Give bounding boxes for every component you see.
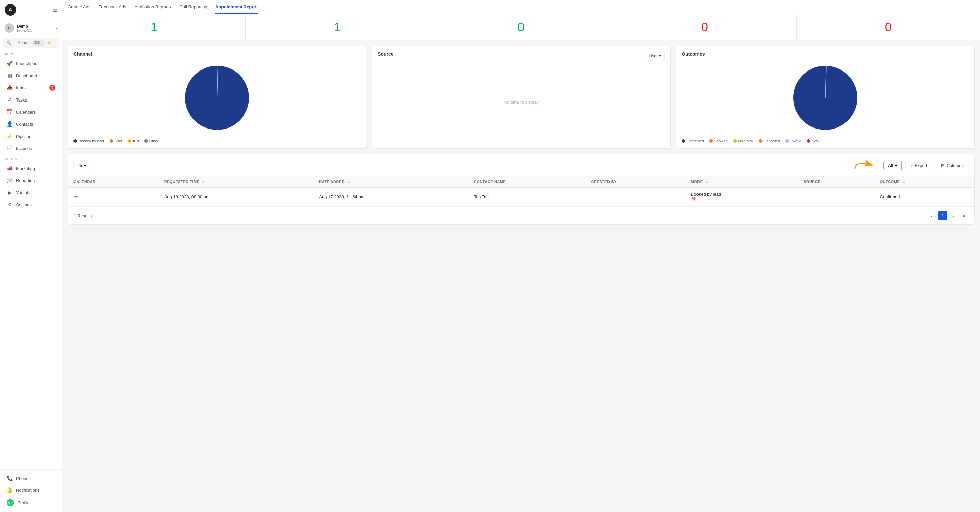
tab-google-ads[interactable]: Google Ads — [68, 0, 90, 14]
page-last-btn[interactable]: » — [959, 211, 969, 220]
legend-item-api: API — [128, 139, 139, 143]
tab-attribution-report[interactable]: Attribution Report ▾ — [135, 0, 172, 14]
sort-icon[interactable]: ⇅ — [347, 180, 350, 184]
legend-item-invalid: Invalid — [786, 139, 801, 143]
legend-item-cancelled: Cancelled — [759, 139, 780, 143]
settings-icon: ⚙ — [7, 202, 13, 208]
channel-chart: Channel Booked by lead — [68, 46, 366, 149]
legend-item-showed: Showed — [709, 139, 728, 143]
legend-item-user: User — [110, 139, 123, 143]
mode-label: Booked by lead — [691, 191, 721, 197]
stat-cell-0: 1 — [62, 15, 246, 40]
source-dropdown[interactable]: User ▾ — [646, 52, 665, 60]
sidebar-item-label: Calendars — [16, 110, 36, 115]
chevron-down-icon: ▾ — [895, 163, 897, 168]
sidebar-item-label: Settings — [16, 203, 32, 207]
tools-section-label: Tools — [0, 155, 62, 162]
export-button[interactable]: ↑ Export — [905, 161, 932, 170]
sort-icon[interactable]: ⇅ — [705, 180, 708, 184]
tab-facebook-ads[interactable]: Facebook Ads — [99, 0, 126, 14]
columns-button[interactable]: ⊞ Columns — [936, 161, 969, 170]
sidebar-item-tasks[interactable]: ✓ Tasks — [2, 94, 60, 105]
sidebar-item-contacts[interactable]: 👤 Contacts — [2, 118, 60, 130]
sidebar-item-notifications[interactable]: 🔔 Notifications — [2, 484, 60, 496]
sidebar-header: A ☰ — [0, 0, 62, 20]
stat-cell-1: 1 — [246, 15, 429, 40]
sidebar-item-profile[interactable]: GP Profile — [2, 496, 60, 509]
source-chart-header: Source User ▾ — [377, 51, 665, 61]
sidebar-item-invoices[interactable]: 📄 Invoices — [2, 143, 60, 154]
page-next-btn[interactable]: › — [949, 211, 958, 220]
cell-calendar: test — [68, 188, 159, 206]
channel-chart-title: Channel — [73, 51, 361, 57]
contacts-icon: 👤 — [7, 121, 13, 127]
page-body: 1 1 0 0 0 Channel — [62, 15, 980, 512]
chevron-down-icon: ▾ — [56, 26, 57, 30]
per-page-select[interactable]: 25 ▾ — [73, 161, 90, 170]
calendar-icon: 📅 — [691, 197, 696, 202]
cell-created-by — [585, 188, 686, 206]
stat-cell-4: 0 — [797, 15, 980, 40]
stat-cell-3: 0 — [613, 15, 796, 40]
phone-icon: 📞 — [7, 475, 13, 481]
filter-value: All — [888, 163, 892, 168]
stat-cell-2: 0 — [430, 15, 613, 40]
inbox-badge: 0 — [49, 85, 55, 91]
col-requested-time: REQUESTED TIME ⇅ — [159, 176, 314, 188]
hamburger-icon[interactable]: ☰ — [52, 7, 57, 13]
outcomes-chart-title: Outcomes — [682, 51, 969, 57]
sidebar-item-label: Reporting — [16, 178, 35, 183]
tab-appointment-report[interactable]: Appointment Report — [215, 0, 258, 14]
page-1-btn[interactable]: 1 — [938, 211, 947, 220]
launchpad-icon: 🚀 — [7, 61, 13, 67]
search-bar[interactable]: 🔍 Search ⌘K ⚡ — [3, 38, 59, 48]
sidebar-item-label: Pipeline — [16, 134, 31, 139]
col-outcome: OUTCOME ⇅ — [875, 176, 974, 188]
dashboard-icon: ▦ — [7, 72, 13, 78]
search-label: Search — [18, 40, 31, 45]
chevron-down-icon: ▾ — [659, 54, 661, 58]
sidebar-item-pipeline[interactable]: ⚡ Pipeline — [2, 131, 60, 142]
channel-legend: Booked by lead User API Other — [73, 139, 361, 143]
sidebar-item-marketing[interactable]: 📣 Marketing — [2, 163, 60, 174]
sidebar-item-label: Invoices — [16, 146, 32, 151]
chevron-down-icon: ▾ — [170, 5, 171, 9]
tab-call-reporting[interactable]: Call Reporting — [179, 0, 207, 14]
stat-value-4: 0 — [885, 20, 892, 34]
sidebar-bottom: 📞 Phone 🔔 Notifications GP Profile — [0, 469, 62, 512]
sidebar-item-calendars[interactable]: 📅 Calendars — [2, 106, 60, 118]
marketing-icon: 📣 — [7, 165, 13, 171]
stat-value-1: 1 — [334, 20, 341, 34]
stat-value-0: 1 — [151, 20, 158, 34]
sidebar-item-inbox[interactable]: 📥 Inbox 0 — [2, 82, 60, 93]
sort-icon[interactable]: ⇅ — [902, 180, 905, 184]
sidebar-item-phone[interactable]: 📞 Phone — [2, 472, 60, 484]
legend-item-new: New — [807, 139, 819, 143]
sidebar-item-settings[interactable]: ⚙ Settings — [2, 199, 60, 211]
sidebar-item-dashboard[interactable]: ▦ Dashboard — [2, 70, 60, 81]
source-chart: Source User ▾ No data to display — [372, 46, 671, 149]
sidebar-item-label: Tasks — [16, 97, 27, 102]
sort-icon[interactable]: ⇅ — [202, 180, 205, 184]
user-section[interactable]: D Demo Irvine, CA ▾ — [0, 20, 62, 36]
sidebar-item-label: Marketing — [16, 166, 35, 171]
apps-section-label: Apps — [0, 49, 62, 57]
outcomes-legend: Confirmed Showed No Show Cancelled — [682, 139, 969, 143]
search-icon: 🔍 — [7, 40, 16, 45]
page-prev-btn[interactable]: ‹ — [927, 211, 937, 220]
col-date-added: DATE ADDED ⇅ — [313, 176, 469, 188]
results-count: 1 Results — [73, 213, 92, 218]
pipeline-icon: ⚡ — [7, 133, 13, 139]
filter-select[interactable]: All ▾ — [883, 161, 902, 170]
source-chart-area: No data to display — [377, 65, 665, 139]
search-shortcut: ⌘K — [33, 40, 45, 46]
table-section: 25 ▾ All — [68, 154, 975, 225]
profile-avatar: GP — [7, 499, 14, 506]
notifications-icon: 🔔 — [7, 487, 13, 493]
avatar: D — [5, 23, 14, 33]
sidebar-item-launchpad[interactable]: 🚀 Launchpad — [2, 58, 60, 69]
cell-source — [798, 188, 875, 206]
sidebar-item-reporting[interactable]: 📈 Reporting — [2, 175, 60, 186]
col-mode: MODE ⇅ — [686, 176, 798, 188]
sidebar-item-youtube[interactable]: ▶ Youtube — [2, 187, 60, 198]
